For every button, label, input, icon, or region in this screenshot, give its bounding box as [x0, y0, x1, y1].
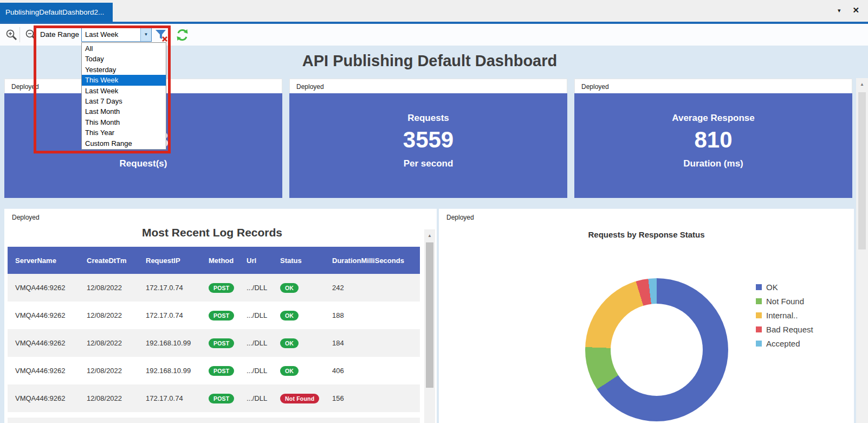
cell-create-date: 12/08/2022 — [87, 311, 146, 319]
dropdown-option[interactable]: All — [82, 43, 166, 54]
toolbar-divider — [20, 27, 20, 42]
scroll-up-icon[interactable]: ▲ — [856, 78, 868, 87]
cell-method: POST — [209, 366, 247, 376]
cell-status: Not Found — [280, 394, 332, 403]
dropdown-option[interactable]: This Year — [82, 127, 166, 138]
cell-method: POST — [209, 311, 247, 321]
cell-request-ip: 172.17.0.74 — [146, 311, 209, 319]
dropdown-option[interactable]: Custom Range — [82, 138, 166, 149]
legend-item[interactable]: Accepted — [756, 339, 813, 348]
cell-url: .../DLL — [247, 367, 280, 375]
column-header: DurationMilliSeconds — [332, 257, 420, 265]
panel-label: Deployed — [574, 79, 852, 93]
cell-duration: 406 — [332, 367, 420, 375]
kpi-value: 810 — [574, 128, 852, 152]
refresh-icon[interactable] — [176, 28, 189, 44]
document-tab[interactable]: PublishingDefaultDashbord2... — [0, 3, 113, 22]
legend-label: Not Found — [766, 297, 804, 306]
dropdown-option[interactable]: This Week — [82, 75, 166, 85]
log-table-title: Most Recent Log Records — [4, 226, 420, 239]
kpi-card-body: Requests 3559 Per second — [289, 93, 567, 198]
cell-server-name: VMQA446:9262 — [15, 394, 87, 402]
status-badge: OK — [280, 366, 299, 376]
status-badge: Not Found — [280, 394, 319, 403]
donut-chart[interactable] — [585, 278, 728, 421]
cell-create-date: 12/08/2022 — [87, 367, 146, 375]
legend-swatch — [756, 298, 762, 304]
legend-label: Bad Request — [766, 325, 813, 334]
dropdown-option[interactable]: Last Month — [82, 106, 166, 117]
column-header: Url — [247, 257, 280, 265]
cell-create-date: 12/08/2022 — [87, 339, 146, 347]
log-records-panel: Deployed Most Recent Log Records ServerN… — [4, 209, 437, 423]
cell-create-date: 12/08/2022 — [87, 284, 146, 292]
legend-swatch — [756, 326, 762, 332]
legend-label: Internal.. — [766, 311, 798, 320]
close-icon[interactable]: ✕ — [852, 5, 859, 16]
table-scrollbar[interactable]: ▲ — [424, 229, 435, 423]
cell-request-ip: 192.168.10.99 — [146, 367, 209, 375]
dropdown-option[interactable]: Last Week — [82, 86, 166, 96]
column-header: CreateDtTm — [87, 257, 146, 265]
cell-request-ip: 172.17.0.74 — [146, 394, 209, 402]
legend-item[interactable]: Not Found — [756, 297, 813, 306]
cell-url: .../DLL — [247, 311, 280, 319]
dropdown-option[interactable]: This Month — [82, 117, 166, 127]
panel-label: Deployed — [439, 209, 854, 221]
chart-legend: OKNot FoundInternal..Bad RequestAccepted — [756, 283, 813, 348]
legend-item[interactable]: Bad Request — [756, 325, 813, 334]
table-scrollbar-thumb[interactable] — [426, 242, 433, 388]
cell-server-name: VMQA446:9262 — [15, 339, 87, 347]
method-badge: POST — [209, 394, 234, 403]
kpi-title: Requests — [289, 113, 567, 124]
chevron-down-icon[interactable]: ▾ — [838, 5, 841, 16]
status-badge: OK — [280, 311, 299, 321]
cell-url: .../DLL — [247, 284, 280, 292]
cell-status: OK — [280, 366, 332, 376]
dropdown-option[interactable]: Yesterday — [82, 65, 166, 75]
cell-status: OK — [280, 283, 332, 293]
kpi-card-body: Average Response 810 Duration (ms) — [574, 93, 852, 198]
kpi-subtitle: Duration (ms) — [574, 158, 852, 169]
legend-label: OK — [766, 283, 778, 292]
combobox-dropdown-button[interactable]: ▼ — [140, 28, 151, 41]
kpi-subtitle: Per second — [289, 158, 567, 169]
table-row[interactable]: VMQA446:926212/08/2022192.168.10.99POST.… — [8, 357, 420, 384]
cell-method: POST — [209, 283, 247, 293]
kpi-value: 3559 — [289, 128, 567, 152]
main-scrollbar-thumb[interactable] — [858, 92, 866, 249]
dropdown-option[interactable]: Last 7 Days — [82, 96, 166, 106]
response-status-chart-panel: Deployed Requests by Response Status OKN… — [439, 209, 854, 423]
cell-duration: 242 — [332, 284, 420, 292]
column-header: Method — [209, 257, 247, 265]
cell-duration: 184 — [332, 339, 420, 347]
date-range-combobox[interactable]: Last Week ▼ — [81, 28, 152, 42]
kpi-title: Average Response — [574, 113, 852, 124]
scroll-up-icon[interactable]: ▲ — [424, 229, 435, 238]
legend-item[interactable]: OK — [756, 283, 813, 292]
window-controls: ▾ ✕ — [838, 5, 859, 16]
table-row[interactable]: VMQA446:926212/08/2022172.17.0.74POST...… — [8, 384, 420, 412]
table-row[interactable]: VMQA446:926212/08/2022192.168.10.99POST.… — [8, 329, 420, 357]
dropdown-option[interactable]: Today — [82, 54, 166, 64]
panel-label: Deployed — [289, 79, 567, 93]
cell-method: POST — [209, 338, 247, 348]
date-range-label: Date Range — [40, 24, 79, 46]
table-row[interactable]: VMQA446:926212/08/2022172.17.0.74POST...… — [8, 302, 420, 329]
legend-swatch — [756, 312, 762, 318]
panel-label: Deployed — [4, 209, 437, 221]
cell-method: POST — [209, 394, 247, 403]
legend-swatch — [756, 284, 762, 290]
table-row-partial — [8, 418, 420, 423]
table-row[interactable]: VMQA446:926212/08/2022172.17.0.74POST...… — [8, 274, 420, 302]
zoom-out-icon[interactable] — [24, 28, 37, 43]
column-header: Status — [280, 257, 332, 265]
main-scrollbar[interactable]: ▲ — [856, 78, 868, 423]
cell-server-name: VMQA446:9262 — [15, 311, 87, 319]
cell-url: .../DLL — [247, 339, 280, 347]
legend-item[interactable]: Internal.. — [756, 311, 813, 320]
cell-url: .../DLL — [247, 394, 280, 402]
method-badge: POST — [209, 311, 234, 321]
zoom-in-icon[interactable] — [5, 28, 18, 43]
kpi-card-requests-per-second: Deployed Requests 3559 Per second — [289, 79, 567, 198]
